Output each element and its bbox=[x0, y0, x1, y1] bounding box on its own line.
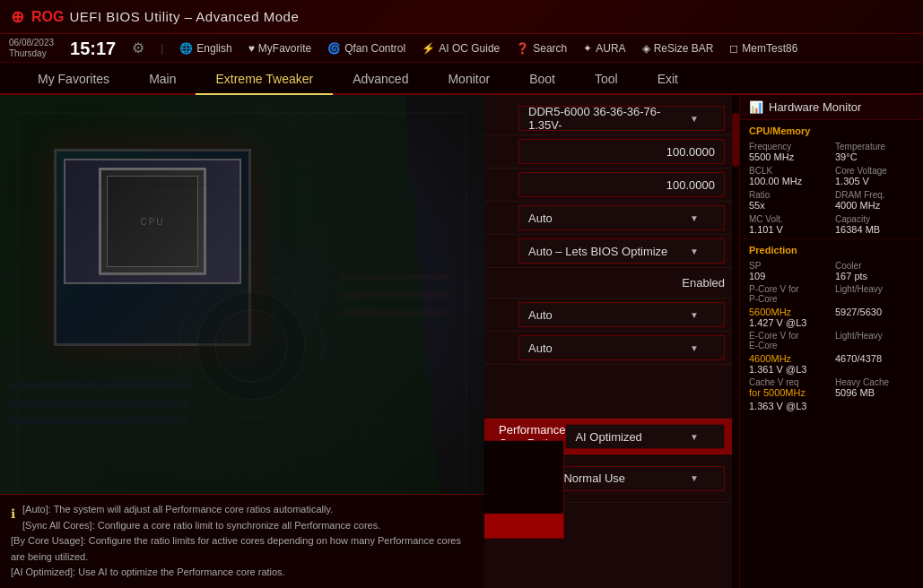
ai-oc-menu[interactable]: ⚡ AI OC Guide bbox=[422, 42, 500, 55]
brand-name: ROG bbox=[31, 9, 64, 25]
auto-value1: Auto ▼ bbox=[518, 205, 725, 230]
auto-dropdown2[interactable]: Auto ▼ bbox=[518, 302, 725, 327]
settings-area: DDR5-6000 36-36-36-76-1.35V- ▼ bbox=[484, 95, 739, 588]
nav-my-favorites[interactable]: My Favorites bbox=[18, 63, 129, 95]
pcie-row bbox=[484, 169, 739, 202]
core-voltage-item: Core Voltage 1.305 V bbox=[835, 166, 914, 186]
bclk-input[interactable] bbox=[518, 139, 725, 164]
enabled-row: Enabled bbox=[484, 268, 739, 298]
bclk-item: BCLK 100.00 MHz bbox=[749, 166, 828, 186]
ddr5-dropdown-arrow: ▼ bbox=[690, 114, 699, 124]
qfan-menu[interactable]: 🌀 Qfan Control bbox=[327, 42, 405, 55]
sp-item: SP 109 bbox=[749, 261, 828, 281]
svg-rect-9 bbox=[341, 274, 448, 280]
bios-optimize-row: Auto – Lets BIOS Optimize ▼ bbox=[484, 235, 739, 268]
nav-monitor[interactable]: Monitor bbox=[428, 63, 509, 95]
info-line-3: [By Core Usage]: Configure the ratio lim… bbox=[11, 533, 474, 565]
right-panel: DDR5-6000 36-36-36-76-1.35V- ▼ bbox=[484, 95, 739, 588]
ecore-speed-item: 4670/4378 bbox=[835, 353, 914, 375]
nav-tool[interactable]: Tool bbox=[575, 63, 638, 95]
svg-rect-6 bbox=[9, 382, 188, 389]
menu-item-auto[interactable]: Auto bbox=[484, 441, 563, 465]
ecore-mhz-item: 4600MHz 1.361 V @L3 bbox=[749, 353, 828, 375]
auto-value2: Auto ▼ bbox=[518, 302, 725, 327]
nav-boot[interactable]: Boot bbox=[509, 63, 575, 95]
capacity-item: Capacity 16384 MB bbox=[835, 214, 914, 235]
aura-menu[interactable]: ✦ AURA bbox=[583, 42, 625, 55]
search-menu[interactable]: ❓ Search bbox=[516, 42, 567, 55]
bios-title: UEFI BIOS Utility – Advanced Mode bbox=[69, 9, 299, 24]
heavy-cache-item: Heavy Cache 5096 MB bbox=[835, 377, 914, 398]
info-line-1: [Auto]: The system will adjust all Perfo… bbox=[11, 502, 474, 518]
perf-core-open-dropdown[interactable]: Auto ▼ bbox=[518, 335, 725, 360]
memtest-menu[interactable]: ◻ MemTest86 bbox=[729, 42, 797, 55]
cache-v-req-item: Cache V req for 5000MHz bbox=[749, 377, 828, 398]
pcie-value bbox=[518, 172, 725, 197]
info-line-2: [Sync All Cores]: Configure a core ratio… bbox=[11, 518, 474, 534]
bclk-row bbox=[484, 135, 739, 169]
top-menu-bar: 06/08/2023 Thursday 15:17 ⚙ | 🌐 English … bbox=[0, 34, 923, 63]
temperature-item: Temperature 39°C bbox=[835, 142, 914, 162]
date-time: 06/08/2023 Thursday bbox=[9, 38, 54, 59]
pcore-v-right: Light/Heavy bbox=[835, 284, 914, 304]
dram-freq-item: DRAM Freq. 4000 MHz bbox=[835, 190, 914, 211]
info-line-4: [AI Optimized]: Use AI to optimize the P… bbox=[11, 565, 474, 581]
perf-ratio-dropdown-menu: Auto Sync All Cores By Core Usage AI Opt… bbox=[484, 440, 564, 539]
svg-rect-7 bbox=[9, 400, 188, 407]
cache-voltage-item: 1.363 V @L3 bbox=[749, 401, 828, 411]
ecore-right: Light/Heavy bbox=[835, 331, 914, 350]
nav-bar: My Favorites Main Extreme Tweaker Advanc… bbox=[0, 63, 923, 95]
menu-item-ai-optimized[interactable]: AI Optimized bbox=[484, 514, 563, 538]
ratio-item: Ratio 55x bbox=[749, 190, 828, 211]
language-menu[interactable]: 🌐 English bbox=[179, 42, 231, 55]
scrollbar-thumb[interactable] bbox=[732, 113, 739, 167]
nav-advanced[interactable]: Advanced bbox=[333, 63, 428, 95]
bios-optimize-dropdown[interactable]: Auto – Lets BIOS Optimize ▼ bbox=[518, 238, 725, 264]
menu-item-by-core[interactable]: By Core Usage bbox=[484, 489, 563, 514]
auto-dropdown1-arrow: ▼ bbox=[690, 213, 699, 223]
day: Thursday bbox=[9, 48, 54, 59]
pcore-mhz-item: 5600MHz 1.427 V @L3 bbox=[749, 307, 828, 328]
bios-optimize-arrow: ▼ bbox=[690, 246, 699, 256]
auto-dropdown1[interactable]: Auto ▼ bbox=[518, 205, 725, 230]
cooler-item: Cooler 167 pts bbox=[835, 261, 914, 281]
bclk-value bbox=[518, 139, 725, 164]
info-icon: ℹ bbox=[11, 504, 15, 523]
info-panel: ℹ [Auto]: The system will adjust all Per… bbox=[0, 494, 484, 588]
auto-dropdown2-arrow: ▼ bbox=[690, 310, 699, 320]
svg-rect-10 bbox=[341, 292, 448, 298]
title-bar: ⊕ ROG UEFI BIOS Utility – Advanced Mode bbox=[0, 0, 923, 34]
pcie-input[interactable] bbox=[518, 172, 725, 197]
ddr5-dropdown[interactable]: DDR5-6000 36-36-36-76-1.35V- ▼ bbox=[518, 106, 725, 131]
svg-rect-8 bbox=[9, 418, 188, 425]
motherboard-image: CPU bbox=[0, 95, 484, 588]
svg-point-5 bbox=[215, 310, 287, 382]
prediction-title: Prediction bbox=[749, 245, 914, 255]
time-display: 15:17 bbox=[70, 39, 116, 57]
ddr5-value: DDR5-6000 36-36-36-76-1.35V- ▼ bbox=[518, 106, 725, 131]
cpu-memory-grid: Frequency 5500 MHz Temperature 39°C BCLK… bbox=[749, 142, 914, 235]
nav-exit[interactable]: Exit bbox=[638, 63, 698, 95]
left-panel: CPU bbox=[0, 95, 484, 588]
pcore-speed-item: 5927/5630 bbox=[835, 307, 914, 328]
perf-core-ratio-open-row: Auto ▼ bbox=[484, 332, 739, 365]
nav-main[interactable]: Main bbox=[129, 63, 196, 95]
settings-icon[interactable]: ⚙ bbox=[132, 39, 144, 56]
scrollbar-track bbox=[732, 95, 739, 588]
myfavorite-menu[interactable]: ♥ MyFavorite bbox=[248, 42, 311, 55]
svg-rect-11 bbox=[341, 310, 448, 316]
main-layout: CPU bbox=[0, 95, 923, 588]
nav-extreme-tweaker[interactable]: Extreme Tweaker bbox=[196, 63, 333, 95]
perf-core-open-arrow: ▼ bbox=[690, 343, 699, 353]
frequency-item: Frequency 5500 MHz bbox=[749, 142, 828, 162]
menu-item-sync-all[interactable]: Sync All Cores bbox=[484, 465, 563, 489]
hw-monitor-panel: 📊 Hardware Monitor CPU/Memory Frequency … bbox=[739, 95, 923, 588]
performance-core-ratio-dropdown[interactable]: AI Optimized ▼ bbox=[565, 424, 725, 449]
auto-row1: Auto ▼ bbox=[484, 202, 739, 235]
enabled-text: Enabled bbox=[682, 272, 725, 293]
hw-monitor-title: 📊 Hardware Monitor bbox=[740, 95, 923, 120]
info-text: [Auto]: The system will adjust all Perfo… bbox=[11, 502, 474, 581]
avx-frequency-dropdown[interactable]: Normal Use ▼ bbox=[553, 466, 725, 491]
resize-bar-menu[interactable]: ◈ ReSize BAR bbox=[642, 42, 714, 55]
prediction-section: Prediction SP 109 Cooler 167 pts P-Core … bbox=[740, 239, 923, 415]
